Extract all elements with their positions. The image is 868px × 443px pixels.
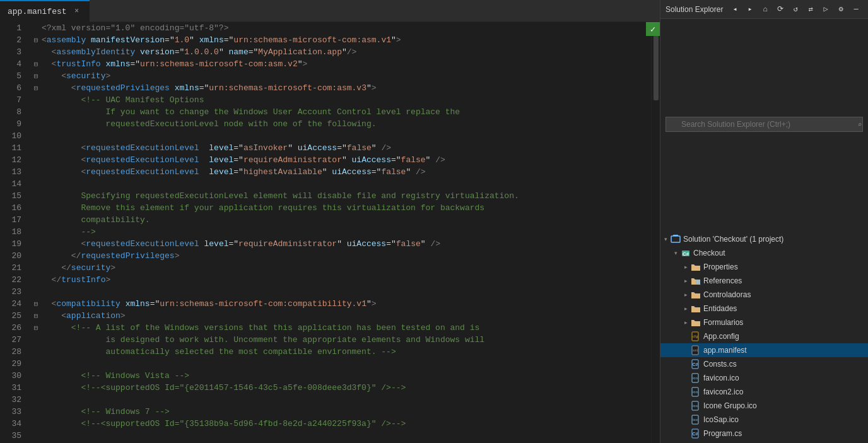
checkmark-icon: ✓ <box>650 24 655 35</box>
syntax-token: If you want to change the Windows User A… <box>105 107 460 117</box>
code-line: Specifying requestedExecutionLevel eleme… <box>32 190 646 202</box>
tree-item-appmanifest[interactable]: xmlapp.manifest <box>660 343 868 357</box>
se-close-button[interactable]: — <box>849 3 863 16</box>
tree-item-controladoras[interactable]: Controladoras <box>660 288 868 302</box>
syntax-token: level <box>209 143 233 153</box>
svg-rect-1 <box>673 235 678 236</box>
tree-label: Properties <box>703 263 738 271</box>
tree-icon-folder <box>691 290 701 300</box>
tree-item-constscs[interactable]: C#Consts.cs <box>660 357 868 371</box>
se-back-button[interactable]: ◂ <box>728 3 742 16</box>
solution-explorer-title: Solution Explorer <box>666 5 723 14</box>
se-options-button[interactable]: ⚙ <box>834 3 848 16</box>
fold-icon[interactable]: ⊟ <box>32 324 40 333</box>
tree-item-properties[interactable]: Properties <box>660 260 868 274</box>
syntax-token: name <box>229 47 249 57</box>
syntax-token: " <box>372 143 377 153</box>
code-content: <application> <box>42 310 126 322</box>
editor-body: 1234567891011121314151617181920212223242… <box>0 22 660 443</box>
code-content: <requestedExecutionLevel level="highestA… <box>42 166 426 178</box>
fold-icon[interactable]: ⊟ <box>32 60 40 69</box>
tree-label: Checkout <box>693 249 725 257</box>
tree-label: Controladoras <box>703 290 751 299</box>
syntax-token <box>86 35 91 45</box>
tree-label: References <box>703 276 742 285</box>
solution-explorer-search[interactable] <box>666 117 863 132</box>
tree-item-references[interactable]: References <box>660 274 868 288</box>
tree-arrow <box>660 234 671 244</box>
tree-item-favicon2ico[interactable]: icofavicon2.ico <box>660 385 868 399</box>
fold-icon[interactable]: ⊟ <box>32 312 40 321</box>
se-sync-button[interactable]: ⇄ <box>804 3 818 16</box>
se-history-button[interactable]: ⟳ <box>773 3 787 16</box>
syntax-token: trustInfo <box>61 275 105 285</box>
syntax-token: =" <box>233 155 243 165</box>
code-line <box>32 394 646 406</box>
fold-icon[interactable]: ⊟ <box>32 84 40 93</box>
syntax-token: " <box>367 83 372 93</box>
editor-tab[interactable]: app.manifest × <box>0 0 90 22</box>
syntax-token: > <box>372 299 377 309</box>
syntax-token: =" <box>391 155 401 165</box>
fold-icon[interactable]: ⊟ <box>32 36 40 45</box>
syntax-token: =" <box>249 47 259 57</box>
tree-item-faviconico[interactable]: icofavicon.ico <box>660 371 868 385</box>
tree-item-solution[interactable]: Solution 'Checkout' (1 project) <box>660 232 868 246</box>
syntax-token: highestAvailable <box>243 167 322 177</box>
tree-item-icosapaico[interactable]: icoIcoSap.ico <box>660 413 868 427</box>
syntax-token: /> <box>381 143 391 153</box>
syntax-token: <!--<supportedOS Id="{e2011457-1546-43c5… <box>81 383 406 393</box>
syntax-token: requestedPrivileges <box>76 83 170 93</box>
editor-scrollbar[interactable]: ✓ <box>651 22 660 443</box>
se-start-button[interactable]: ▷ <box>819 3 833 16</box>
syntax-token: uiAccess <box>347 239 386 249</box>
tree-item-iconegrupico[interactable]: icoIcone Grupo.ico <box>660 399 868 413</box>
scrollbar-thumb[interactable] <box>654 25 659 100</box>
svg-text:C#: C# <box>693 432 698 436</box>
tree-arrow <box>671 248 681 258</box>
syntax-token: requireAdministrator <box>243 155 342 165</box>
syntax-token: requestedPrivileges <box>81 251 174 261</box>
syntax-token: requestedExecutionLevel <box>86 155 199 165</box>
se-refresh-button[interactable]: ↺ <box>789 3 802 16</box>
fold-icon[interactable]: ⊟ <box>32 72 40 81</box>
syntax-token: <?xml version="1.0" encoding="utf-8"?> <box>42 23 228 33</box>
syntax-token: > <box>175 251 180 261</box>
solution-explorer-header: Solution Explorer ◂ ▸ ⌂ ⟳ ↺ ⇄ ▷ ⚙ — <box>660 0 868 19</box>
tree-icon-ico: ico <box>691 387 701 397</box>
code-content: <assemblyIdentity version="1.0.0.0" name… <box>42 46 356 58</box>
code-line: automatically selected the most compatib… <box>32 346 646 358</box>
syntax-token: xmlns <box>105 59 130 69</box>
tree-item-appconfig[interactable]: cfgApp.config <box>660 329 868 343</box>
se-home-button[interactable]: ⌂ <box>758 3 772 16</box>
code-content: </security> <box>42 262 115 274</box>
syntax-token: xmlns <box>126 299 150 309</box>
search-expand-icon[interactable]: ⌕ <box>857 121 862 129</box>
code-content: <!--<supportedOS Id="{e2011457-1546-43c5… <box>42 382 406 394</box>
fold-icon[interactable]: ⊟ <box>32 300 40 309</box>
syntax-token: > <box>303 59 308 69</box>
code-line <box>32 358 646 370</box>
tab-close-button[interactable]: × <box>72 6 82 16</box>
code-area[interactable]: <?xml version="1.0" encoding="utf-8"?>⊟<… <box>26 22 651 443</box>
syntax-token: =" <box>130 59 140 69</box>
syntax-token: =" <box>175 47 185 57</box>
tree-arrow <box>681 276 691 286</box>
syntax-token: /> <box>430 239 440 249</box>
checkmark-button[interactable]: ✓ <box>646 22 660 36</box>
tree-item-entidades[interactable]: Entidades <box>660 302 868 316</box>
svg-text:C#: C# <box>693 362 698 367</box>
tree-icon-ico: ico <box>691 415 701 425</box>
syntax-token: " <box>391 35 396 45</box>
tree-label: Icone Grupo.ico <box>703 401 757 410</box>
syntax-token: =" <box>386 239 396 249</box>
se-forward-button[interactable]: ▸ <box>743 3 757 16</box>
tree-item-formularios[interactable]: Formularios <box>660 316 868 329</box>
tree-item-programcs[interactable]: C#Program.cs <box>660 427 868 440</box>
tree-item-checkout[interactable]: C#Checkout <box>660 246 868 260</box>
syntax-token: " <box>337 239 342 249</box>
syntax-token: " <box>288 143 293 153</box>
solution-tree: Solution 'Checkout' (1 project)C#Checkou… <box>660 230 868 443</box>
code-content: automatically selected the most compatib… <box>42 346 396 358</box>
syntax-token: --> <box>81 227 95 237</box>
